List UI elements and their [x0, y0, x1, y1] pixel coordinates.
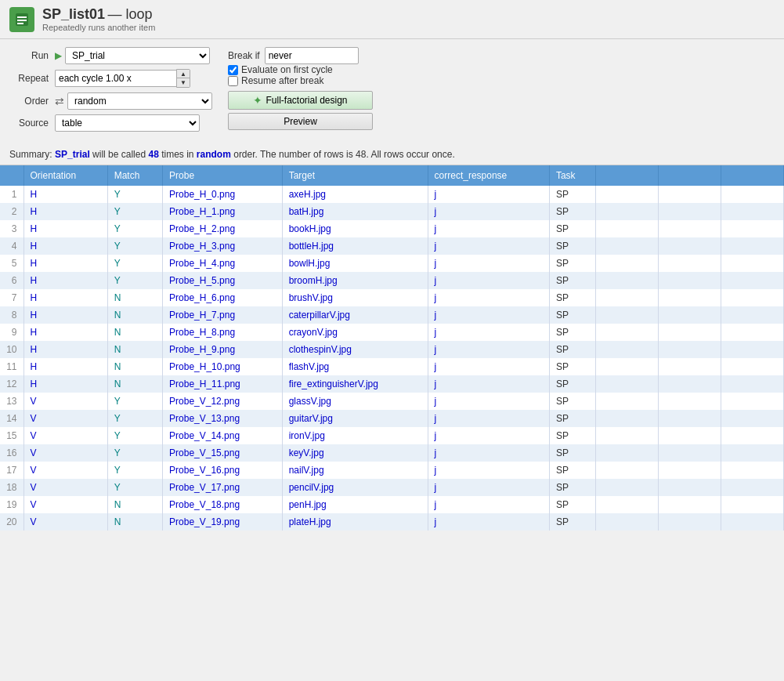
- table-cell: 1: [0, 186, 23, 203]
- run-select[interactable]: SP_trial: [65, 47, 210, 64]
- table-cell: [596, 324, 659, 341]
- table-row[interactable]: 20VNProbe_V_19.pngplateH.jpgjSP: [0, 513, 784, 531]
- repeat-input[interactable]: each cycle 1.00 x: [55, 70, 176, 87]
- table-cell: 11: [0, 358, 23, 375]
- table-cell: Y: [107, 444, 162, 462]
- table-cell: N: [107, 496, 162, 513]
- table-cell: 4: [0, 237, 23, 255]
- table-cell: j: [428, 289, 549, 306]
- resume-checkbox[interactable]: [228, 76, 238, 86]
- table-row[interactable]: 16VYProbe_V_15.pngkeyV.jpgjSP: [0, 444, 784, 462]
- source-select[interactable]: table: [55, 114, 200, 132]
- table-cell: V: [23, 462, 107, 479]
- preview-button[interactable]: Preview: [228, 113, 373, 130]
- table-header: Orientation Match Probe Target correct_r…: [0, 165, 784, 186]
- svg-rect-1: [17, 16, 27, 18]
- table-cell: j: [428, 186, 549, 203]
- table-row[interactable]: 14VYProbe_V_13.pngguitarV.jpgjSP: [0, 410, 784, 427]
- table-cell: SP: [549, 341, 595, 358]
- table-row[interactable]: 13VYProbe_V_12.pngglassV.jpgjSP: [0, 393, 784, 410]
- table-row[interactable]: 8HNProbe_H_7.pngcaterpillarV.jpgjSP: [0, 306, 784, 324]
- table-cell: Probe_H_6.png: [163, 289, 283, 306]
- table-cell: [659, 444, 721, 462]
- table-cell: Y: [107, 255, 162, 272]
- table-cell: [596, 375, 659, 393]
- table-cell: Y: [107, 479, 162, 496]
- table-cell: j: [428, 513, 549, 531]
- data-table-container: Orientation Match Probe Target correct_r…: [0, 165, 784, 531]
- table-cell: H: [23, 237, 107, 255]
- col-target: Target: [282, 165, 428, 186]
- table-row[interactable]: 2HYProbe_H_1.pngbatH.jpgjSP: [0, 203, 784, 220]
- table-cell: [596, 479, 659, 496]
- resume-row: Resume after break: [228, 75, 373, 86]
- table-cell: [659, 358, 721, 375]
- table-row[interactable]: 17VYProbe_V_16.pngnailV.jpgjSP: [0, 462, 784, 479]
- table-cell: 7: [0, 289, 23, 306]
- table-cell: 15: [0, 427, 23, 444]
- left-config: Run ▶ SP_trial Repeat each cycle 1.00 x …: [9, 47, 212, 136]
- table-row[interactable]: 10HNProbe_H_9.pngclothespinV.jpgjSP: [0, 341, 784, 358]
- table-cell: [721, 306, 784, 324]
- header-title-block: SP_list01 — loop Repeatedly runs another…: [42, 6, 155, 32]
- repeat-spinner-up[interactable]: ▲: [177, 70, 190, 78]
- table-cell: plateH.jpg: [282, 513, 428, 531]
- evaluate-checkbox[interactable]: [228, 65, 238, 75]
- table-cell: [721, 444, 784, 462]
- table-cell: N: [107, 306, 162, 324]
- table-cell: N: [107, 324, 162, 341]
- run-label: Run: [9, 50, 49, 61]
- break-input[interactable]: never: [265, 47, 359, 64]
- table-cell: 12: [0, 375, 23, 393]
- evaluate-label: Evaluate on first cycle: [241, 64, 333, 75]
- table-cell: [659, 410, 721, 427]
- table-row[interactable]: 15VYProbe_V_14.pngironV.jpgjSP: [0, 427, 784, 444]
- table-cell: H: [23, 203, 107, 220]
- table-cell: 2: [0, 203, 23, 220]
- table-row[interactable]: 3HYProbe_H_2.pngbookH.jpgjSP: [0, 220, 784, 237]
- table-cell: axeH.jpg: [282, 186, 428, 203]
- repeat-input-wrap: each cycle 1.00 x ▲ ▼: [55, 69, 190, 88]
- order-select[interactable]: random: [67, 92, 212, 110]
- svg-rect-3: [17, 23, 23, 24]
- table-cell: [596, 220, 659, 237]
- table-cell: [659, 272, 721, 289]
- table-row[interactable]: 7HNProbe_H_6.pngbrushV.jpgjSP: [0, 289, 784, 306]
- table-cell: [659, 496, 721, 513]
- table-cell: j: [428, 237, 549, 255]
- table-cell: [721, 375, 784, 393]
- table-cell: [659, 237, 721, 255]
- summary-trial-name: SP_trial: [55, 149, 90, 160]
- repeat-row: Repeat each cycle 1.00 x ▲ ▼: [9, 69, 212, 88]
- table-row[interactable]: 19VNProbe_V_18.pngpenH.jpgjSP: [0, 496, 784, 513]
- table-row[interactable]: 5HYProbe_H_4.pngbowlH.jpgjSP: [0, 255, 784, 272]
- table-cell: 18: [0, 479, 23, 496]
- table-cell: SP: [549, 479, 595, 496]
- repeat-spinner-down[interactable]: ▼: [177, 78, 190, 87]
- full-factorial-button[interactable]: ✦ Full-factorial design: [228, 91, 373, 110]
- order-label: Order: [9, 96, 49, 107]
- table-cell: [721, 272, 784, 289]
- table-cell: H: [23, 375, 107, 393]
- table-cell: [596, 444, 659, 462]
- table-cell: 5: [0, 255, 23, 272]
- table-row[interactable]: 6HYProbe_H_5.pngbroomH.jpgjSP: [0, 272, 784, 289]
- table-cell: Probe_V_13.png: [163, 410, 283, 427]
- table-row[interactable]: 12HNProbe_H_11.pngfire_extinguisherV.jpg…: [0, 375, 784, 393]
- table-cell: N: [107, 358, 162, 375]
- table-row[interactable]: 1HYProbe_H_0.pngaxeH.jpgjSP: [0, 186, 784, 203]
- table-cell: Probe_H_8.png: [163, 324, 283, 341]
- table-cell: SP: [549, 462, 595, 479]
- full-factorial-btn-wrap: ✦ Full-factorial design: [228, 91, 373, 110]
- table-cell: j: [428, 255, 549, 272]
- table-cell: [596, 341, 659, 358]
- table-row[interactable]: 18VYProbe_V_17.pngpencilV.jpgjSP: [0, 479, 784, 496]
- table-cell: [721, 393, 784, 410]
- evaluate-row: Evaluate on first cycle: [228, 64, 373, 75]
- table-row[interactable]: 9HNProbe_H_8.pngcrayonV.jpgjSP: [0, 324, 784, 341]
- table-cell: Probe_H_2.png: [163, 220, 283, 237]
- table-row[interactable]: 4HYProbe_H_3.pngbottleH.jpgjSP: [0, 237, 784, 255]
- table-row[interactable]: 11HNProbe_H_10.pngflashV.jpgjSP: [0, 358, 784, 375]
- table-cell: bottleH.jpg: [282, 237, 428, 255]
- table-cell: [659, 255, 721, 272]
